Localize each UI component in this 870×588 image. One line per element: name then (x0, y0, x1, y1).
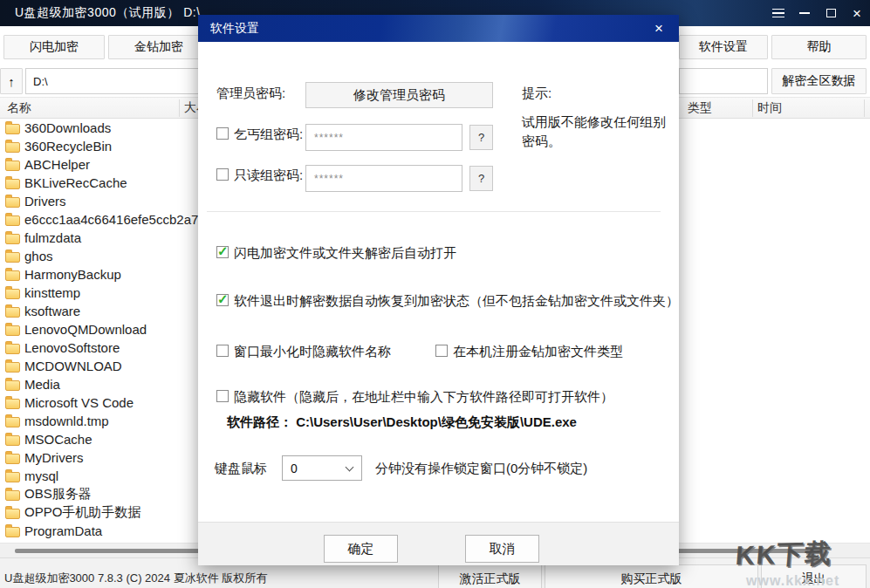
folder-icon (5, 454, 20, 464)
folder-name: Microsoft VS Code (24, 395, 134, 410)
column-header-name[interactable]: 名称 (7, 98, 31, 119)
auto-restore-checkbox[interactable] (216, 294, 229, 306)
dialog-footer: 确定 取消 (198, 522, 679, 565)
ok-button[interactable]: 确定 (324, 535, 398, 563)
hide-software-label: 隐藏软件（隐藏后，在地址栏中输入下方软件路径即可打开软件） (234, 389, 613, 406)
maximize-icon (826, 9, 836, 17)
column-divider[interactable] (864, 99, 865, 117)
folder-icon (5, 215, 20, 226)
list-item[interactable]: MyDrivers (0, 448, 197, 467)
list-item[interactable]: LenovoQMDownload (0, 320, 197, 338)
list-item[interactable]: ghos (0, 247, 197, 265)
folder-name: 360RecycleBin (24, 139, 112, 154)
settings-button[interactable]: 软件设置 (679, 35, 768, 59)
software-path: 软件路径： C:\Users\User\Desktop\绿色免安装版\UDE.e… (227, 414, 577, 431)
folder-name: ghos (24, 249, 53, 263)
folder-icon (5, 124, 20, 134)
list-item[interactable]: ProgramData (0, 522, 197, 540)
list-item[interactable]: MSOCache (0, 430, 197, 448)
password-input[interactable] (679, 68, 768, 94)
folder-name: MyDrivers (24, 450, 84, 465)
divider (207, 211, 661, 212)
folder-icon (5, 142, 20, 153)
list-item[interactable]: Media (0, 375, 197, 393)
help-button[interactable]: 帮助 (771, 35, 867, 59)
dialog-close-button[interactable]: × (649, 19, 668, 38)
list-item[interactable]: Microsoft VS Code (0, 393, 197, 412)
menu-icon[interactable] (765, 0, 791, 26)
admin-password-label: 管理员密码: (216, 85, 285, 102)
minimize-button[interactable] (791, 0, 818, 26)
lock-label: 键盘鼠标 (215, 461, 267, 477)
list-item[interactable]: 360RecycleBin (0, 137, 197, 155)
up-arrow-icon: ↑ (8, 74, 15, 89)
readonly-help-button[interactable]: ? (469, 166, 493, 191)
hide-name-checkbox[interactable] (216, 345, 229, 357)
auto-open-checkbox[interactable] (216, 246, 229, 258)
column-divider[interactable] (179, 99, 180, 117)
software-path-value: C:\Users\User\Desktop\绿色免安装版\UDE.exe (296, 414, 577, 429)
list-item[interactable]: HarmonyBackup (0, 265, 197, 284)
readonly-password-input[interactable]: ****** (305, 165, 462, 192)
folder-name: kinsttemp (24, 285, 80, 300)
column-header-time[interactable]: 时间 (757, 98, 782, 119)
list-item[interactable]: OBS服务器 (0, 485, 197, 503)
folder-icon (5, 490, 20, 501)
register-filetype-checkbox[interactable] (435, 345, 448, 357)
folder-icon (5, 362, 20, 373)
list-item[interactable]: e6ccc1aa4c66416efe5ccb2a7... (0, 210, 197, 229)
gold-encrypt-button[interactable]: 金钻加密 (108, 35, 209, 59)
folder-icon (5, 472, 20, 482)
list-item[interactable]: MCDOWNLOAD (0, 357, 197, 375)
dialog-title: 软件设置 (210, 21, 259, 37)
folder-name: MCDOWNLOAD (24, 359, 122, 373)
list-item[interactable]: OPPO手机助手数据 (0, 503, 197, 522)
column-divider[interactable] (752, 99, 753, 117)
list-item[interactable]: BKLiveRecCache (0, 174, 197, 192)
readonly-group-checkbox[interactable] (216, 168, 229, 181)
folder-icon (5, 527, 20, 537)
folder-icon (5, 509, 20, 519)
folder-name: msdownld.tmp (24, 414, 109, 428)
folder-icon (5, 380, 20, 391)
readonly-group-label: 只读组密码: (234, 168, 303, 184)
cancel-button[interactable]: 取消 (465, 535, 539, 563)
beggar-password-input[interactable]: ****** (305, 124, 462, 151)
list-item[interactable]: LenovoSoftstore (0, 338, 197, 357)
folder-name: LenovoQMDownload (24, 322, 147, 337)
decrypt-all-button[interactable]: 解密全区数据 (771, 68, 867, 94)
list-item[interactable]: 360Downloads (0, 119, 197, 137)
beggar-group-checkbox[interactable] (216, 127, 229, 140)
close-button[interactable]: × (844, 0, 870, 26)
up-button[interactable]: ↑ (0, 68, 23, 94)
list-item[interactable]: kinsttemp (0, 284, 197, 302)
list-item[interactable]: msdownld.tmp (0, 412, 197, 430)
column-header-type[interactable]: 类型 (688, 98, 712, 119)
address-input[interactable]: D:\ (25, 68, 210, 94)
lock-minutes-value: 0 (291, 462, 298, 475)
settings-dialog: 软件设置 × 管理员密码: 修改管理员密码 提示: 试用版不能修改任何组别密码。… (198, 15, 679, 565)
list-item[interactable]: fulmzdata (0, 229, 197, 247)
hide-software-checkbox[interactable] (216, 390, 229, 402)
beggar-help-button[interactable]: ? (469, 125, 493, 150)
folder-icon (5, 417, 20, 427)
list-item[interactable]: mysql (0, 467, 197, 485)
change-admin-password-button[interactable]: 修改管理员密码 (305, 82, 493, 108)
folder-icon (5, 344, 20, 354)
folder-name: LenovoSoftstore (24, 340, 120, 355)
maximize-button[interactable] (818, 0, 844, 26)
dialog-titlebar: 软件设置 × (198, 15, 679, 42)
list-item[interactable]: Drivers (0, 192, 197, 210)
activate-button[interactable]: 激活正式版 (438, 564, 542, 588)
lock-minutes-select[interactable]: 0 (282, 455, 362, 481)
folder-name: ProgramData (24, 523, 102, 538)
flash-encrypt-button[interactable]: 闪电加密 (3, 35, 105, 59)
buy-button[interactable]: 购买正式版 (545, 564, 758, 588)
folder-icon (5, 289, 20, 299)
exit-button[interactable]: 退出 (761, 564, 867, 588)
auto-open-label: 闪电加密文件或文件夹解密后自动打开 (234, 245, 456, 262)
chevron-down-icon (346, 463, 354, 472)
list-item[interactable]: ksoftware (0, 302, 197, 320)
list-item[interactable]: ABCHelper (0, 155, 197, 174)
window-title: U盘超级加密3000（试用版） D:\ (15, 5, 201, 21)
